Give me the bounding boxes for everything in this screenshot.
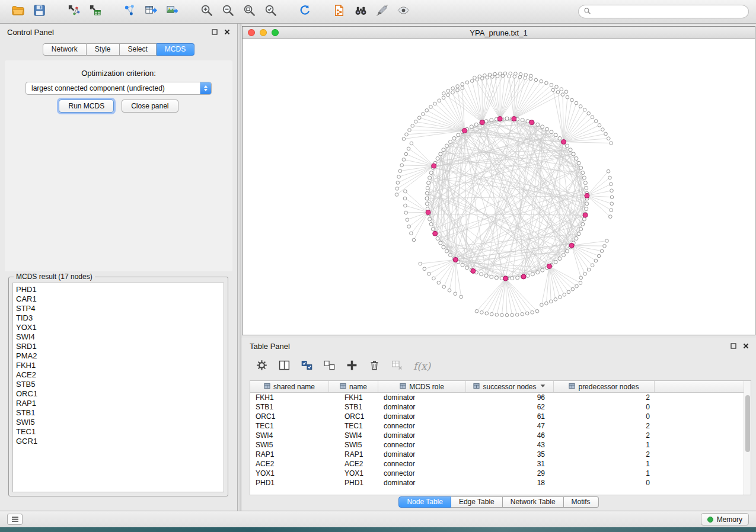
close-panel-icon[interactable] xyxy=(224,28,230,37)
table-row[interactable]: SWI4SWI4dominator462 xyxy=(250,431,751,440)
table-cell[interactable]: ACE2 xyxy=(329,459,378,469)
result-item[interactable]: TID3 xyxy=(13,313,224,323)
table-cell[interactable]: 29 xyxy=(466,469,554,478)
open-file-button[interactable] xyxy=(7,2,28,21)
result-item[interactable]: STP4 xyxy=(13,304,224,313)
table-cell[interactable]: YOX1 xyxy=(250,469,329,478)
table-cell[interactable]: 47 xyxy=(466,421,554,431)
table-scrollbar-thumb[interactable] xyxy=(745,395,750,452)
result-item[interactable]: SWI5 xyxy=(13,418,224,427)
tab-node-table[interactable]: Node Table xyxy=(398,496,451,508)
table-cell[interactable]: 0 xyxy=(554,412,655,421)
vertical-splitter[interactable] xyxy=(237,24,241,511)
save-session-button[interactable] xyxy=(28,2,50,21)
table-cell[interactable]: 62 xyxy=(466,402,554,412)
table-row[interactable]: ORC1ORC1dominator610 xyxy=(250,412,751,421)
network-canvas[interactable] xyxy=(243,40,755,335)
table-cell[interactable]: FKH1 xyxy=(329,393,378,402)
minimize-window-icon[interactable] xyxy=(260,29,267,36)
table-cell[interactable]: ORC1 xyxy=(250,412,329,421)
result-item[interactable]: FKH1 xyxy=(13,361,224,370)
graphics-details-button[interactable] xyxy=(371,2,393,21)
status-menu-button[interactable] xyxy=(7,514,23,525)
result-item[interactable]: STB1 xyxy=(13,408,224,418)
table-cell[interactable]: PHD1 xyxy=(329,478,378,488)
zoom-selected-button[interactable] xyxy=(260,2,281,21)
zoom-fit-button[interactable] xyxy=(238,2,260,21)
table-cell[interactable]: SWI5 xyxy=(329,440,378,450)
import-table-file-button[interactable] xyxy=(84,2,106,21)
table-settings-button[interactable] xyxy=(256,359,268,374)
delete-column-button[interactable] xyxy=(368,359,381,374)
document-share-button[interactable] xyxy=(328,2,350,21)
result-item[interactable]: YOX1 xyxy=(13,323,224,332)
table-cell[interactable]: SWI4 xyxy=(250,431,329,440)
table-row[interactable]: STB1STB1dominator620 xyxy=(250,402,751,412)
result-item[interactable]: PMA2 xyxy=(13,351,224,361)
table-cell[interactable]: 1 xyxy=(554,469,655,478)
table-cell[interactable]: connector xyxy=(378,440,466,450)
column-header-mcds-role[interactable]: MCDS role xyxy=(378,381,466,392)
table-cell[interactable]: STB1 xyxy=(329,402,378,412)
table-row[interactable]: YOX1YOX1connector291 xyxy=(250,469,751,478)
table-cell[interactable]: 96 xyxy=(466,393,554,402)
unselect-all-columns-button[interactable] xyxy=(323,359,336,374)
column-header-shared-name[interactable]: shared name xyxy=(250,381,329,392)
select-all-columns-button[interactable] xyxy=(301,359,313,374)
table-cell[interactable]: dominator xyxy=(378,393,466,402)
table-cell[interactable]: 2 xyxy=(554,431,655,440)
table-cell[interactable]: dominator xyxy=(378,450,466,459)
criterion-dropdown[interactable]: largest connected component (undirected) xyxy=(25,82,212,95)
table-cell[interactable]: STB1 xyxy=(250,402,329,412)
float-panel-icon[interactable] xyxy=(212,28,218,37)
table-cell[interactable]: connector xyxy=(378,459,466,469)
table-row[interactable]: PHD1PHD1dominator180 xyxy=(250,478,751,488)
table-cell[interactable]: 2 xyxy=(554,393,655,402)
table-cell[interactable]: 35 xyxy=(466,450,554,459)
export-table-button[interactable] xyxy=(140,2,161,21)
close-panel-button[interactable]: Close panel xyxy=(122,100,178,113)
table-cell[interactable]: 31 xyxy=(466,459,554,469)
export-image-button[interactable] xyxy=(161,2,183,21)
table-cell[interactable]: 46 xyxy=(466,431,554,440)
result-item[interactable]: PHD1 xyxy=(13,285,224,294)
tab-style[interactable]: Style xyxy=(87,43,120,56)
table-cell[interactable]: PHD1 xyxy=(250,478,329,488)
tab-mcds[interactable]: MCDS xyxy=(157,43,194,56)
table-cell[interactable]: SWI4 xyxy=(329,431,378,440)
zoom-out-button[interactable] xyxy=(217,2,238,21)
result-item[interactable]: STB5 xyxy=(13,380,224,389)
table-row[interactable]: TEC1TEC1connector472 xyxy=(250,421,751,431)
tab-edge-table[interactable]: Edge Table xyxy=(451,496,503,508)
export-network-button[interactable] xyxy=(119,2,140,21)
table-cell[interactable]: ORC1 xyxy=(329,412,378,421)
table-row[interactable]: FKH1FKH1dominator962 xyxy=(250,393,751,402)
refresh-button[interactable] xyxy=(294,2,315,21)
result-item[interactable]: ORC1 xyxy=(13,389,224,399)
chevron-down-icon[interactable] xyxy=(540,383,546,391)
column-header-predecessor-nodes[interactable]: predecessor nodes xyxy=(554,381,655,392)
table-cell[interactable]: 2 xyxy=(554,421,655,431)
create-column-button[interactable] xyxy=(346,359,358,374)
search-input[interactable] xyxy=(594,8,744,16)
table-cell[interactable]: connector xyxy=(378,469,466,478)
memory-button[interactable]: Memory xyxy=(701,513,749,525)
result-item[interactable]: SRD1 xyxy=(13,342,224,351)
table-cell[interactable]: 1 xyxy=(554,440,655,450)
column-header-successor-nodes[interactable]: successor nodes xyxy=(466,381,554,392)
table-cell[interactable]: ACE2 xyxy=(250,459,329,469)
table-cell[interactable]: 0 xyxy=(554,402,655,412)
table-cell[interactable]: 61 xyxy=(466,412,554,421)
tab-network-table[interactable]: Network Table xyxy=(503,496,564,508)
table-cell[interactable]: TEC1 xyxy=(250,421,329,431)
show-columns-button[interactable] xyxy=(278,359,291,374)
table-cell[interactable]: dominator xyxy=(378,412,466,421)
mcds-result-list[interactable]: PHD1CAR1STP4TID3YOX1SWI4SRD1PMA2FKH1ACE2… xyxy=(12,283,224,492)
table-row[interactable]: ACE2ACE2connector311 xyxy=(250,459,751,469)
table-cell[interactable]: 1 xyxy=(554,459,655,469)
close-window-icon[interactable] xyxy=(248,29,255,36)
tab-network[interactable]: Network xyxy=(43,43,87,56)
table-cell[interactable]: RAP1 xyxy=(250,450,329,459)
import-network-file-button[interactable] xyxy=(63,2,84,21)
result-item[interactable]: CAR1 xyxy=(13,294,224,304)
